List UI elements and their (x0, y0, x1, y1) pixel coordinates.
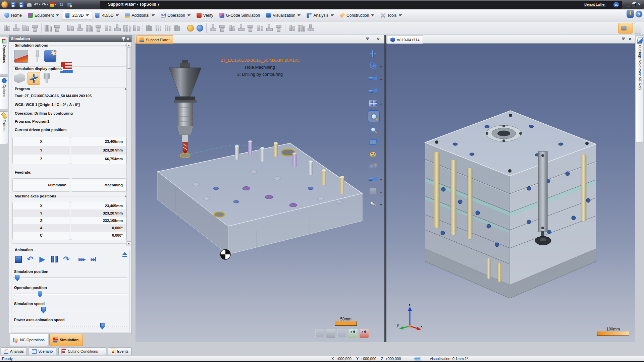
machining-op-icon-8[interactable] (75, 23, 84, 33)
slider-thumb[interactable] (41, 307, 46, 313)
chevron-down-icon[interactable] (86, 14, 89, 17)
palette-icon[interactable] (368, 149, 378, 160)
ribbon-tab-equipment[interactable]: Equipment (25, 11, 62, 20)
viewport-menu-icon[interactable] (366, 38, 369, 41)
scrollbar-thumb[interactable] (127, 48, 131, 69)
machining-op-icon-5[interactable] (44, 23, 52, 33)
refresh-button[interactable]: ↻ (58, 2, 64, 8)
analysis-button[interactable]: Analysis (1, 347, 27, 355)
transformation-icon[interactable] (196, 23, 204, 33)
ribbon-tab-gcode-simulation[interactable]: G-Code Simulation (216, 11, 263, 20)
rotate-icon[interactable]: ↻ (368, 61, 378, 71)
minimize-button[interactable] (626, 2, 631, 7)
machining-op-icon-4[interactable] (31, 23, 39, 33)
save-button[interactable] (10, 2, 16, 8)
machining-op-icon-7[interactable] (66, 23, 75, 33)
undo-button[interactable]: ↶ (34, 2, 40, 8)
sidebar-tab-entities[interactable]: Entities (0, 111, 8, 144)
doc-tab-nc-operations[interactable]: NC Operations (10, 334, 48, 346)
active-tool-button[interactable] (618, 23, 633, 34)
layers-icon[interactable] (415, 357, 421, 361)
zoom-window-icon[interactable] (368, 110, 380, 122)
zoom-icon[interactable] (368, 124, 378, 135)
slider-thumb[interactable] (38, 291, 42, 297)
save-all-button[interactable] (18, 2, 24, 8)
machining-op-icon-24[interactable] (297, 23, 306, 33)
machining-op-icon-9[interactable] (85, 23, 94, 33)
drilling-pattern-icon-2[interactable] (154, 23, 163, 33)
clipping-box-icon[interactable] (368, 136, 378, 147)
viewport-3d-mold[interactable]: z x y 100mm (386, 44, 635, 342)
doc-tab-simulation[interactable]: Simulation (49, 334, 83, 346)
drilling-pattern-icon-1[interactable] (145, 23, 154, 33)
step-forward-button[interactable]: ↷ (60, 253, 72, 265)
stock-transparent-icon[interactable] (337, 329, 346, 338)
chevron-down-icon[interactable] (331, 14, 334, 17)
machining-op-icon-23[interactable] (287, 23, 296, 33)
machining-op-icon-21[interactable] (265, 23, 274, 33)
viewport-layout-icon[interactable] (368, 98, 378, 109)
user-account-link[interactable]: Benoit Lallier (584, 0, 606, 9)
viewport-3d-support-plate[interactable]: 2T_EC160E32-3C16_50 MAXIN 20X105 Hole Ma… (136, 44, 384, 342)
cutting-conditions-button[interactable]: Cutting Conditions (58, 347, 106, 355)
events-button[interactable]: Events (108, 347, 131, 355)
stop-button[interactable] (12, 253, 24, 265)
chevron-down-icon[interactable] (187, 14, 191, 17)
simulation-position-slider[interactable] (13, 275, 127, 281)
machining-op-icon-17[interactable] (227, 23, 236, 33)
stock-ghost-icon[interactable] (315, 329, 324, 338)
pan-icon[interactable] (368, 48, 378, 59)
show-engagement-icon[interactable] (348, 329, 358, 338)
skip-to-end-button[interactable]: ▶▶ (88, 253, 100, 265)
machining-op-icon-25[interactable] (306, 23, 315, 33)
machining-op-icon-12[interactable] (113, 23, 122, 33)
machining-op-icon-13[interactable] (122, 23, 131, 33)
collapse-toolbar-button[interactable] (634, 23, 641, 34)
show-collision-icon[interactable] (360, 329, 369, 338)
machining-op-icon-16[interactable] (218, 23, 227, 33)
chevron-down-icon[interactable] (56, 14, 59, 17)
chevron-down-icon[interactable] (298, 14, 301, 17)
avatar[interactable]: BL (613, 2, 619, 7)
chevron-down-icon[interactable]: ▼ (380, 203, 382, 206)
stock-display-icon[interactable] (14, 73, 25, 83)
scroll-up-icon[interactable]: ▲ (127, 43, 131, 48)
ribbon-tab-visualization[interactable]: Visualization (263, 11, 304, 20)
viewport-tab-m110[interactable]: m110-04 r714 (387, 35, 423, 44)
collision-detection-icon[interactable] (44, 50, 56, 62)
play-button[interactable]: ▶ (36, 253, 48, 265)
slider-thumb[interactable] (100, 323, 105, 329)
machining-op-icon-20[interactable] (256, 23, 264, 33)
machine-display-icon[interactable] (368, 186, 378, 197)
ribbon-tab-verify[interactable]: Verify (194, 11, 216, 20)
chevron-down-icon[interactable] (371, 14, 374, 17)
panel-scrollbar[interactable]: ▲ ▼ (126, 43, 131, 246)
assistance-icon[interactable] (627, 10, 634, 18)
restore-button[interactable] (631, 2, 636, 7)
help-icon[interactable]: ? (635, 10, 643, 18)
machining-op-icon-11[interactable] (104, 23, 112, 33)
tool-display-icon[interactable] (43, 73, 50, 83)
scroll-down-icon[interactable]: ▼ (127, 241, 131, 246)
simulation-speed-slider[interactable] (13, 307, 127, 313)
machining-op-icon-22[interactable] (274, 23, 283, 33)
synchronization-icon[interactable] (186, 23, 195, 33)
eject-button[interactable] (122, 252, 127, 257)
sidebar-tab-operations[interactable]: Operations (0, 37, 8, 74)
machine-simulation-icon[interactable] (14, 50, 28, 63)
chevron-down-icon[interactable] (116, 14, 119, 17)
ribbon-tab-additional[interactable]: Additional (122, 11, 158, 20)
machining-op-icon-3[interactable] (21, 23, 30, 33)
panel-close-icon[interactable]: × (127, 36, 129, 43)
ribbon-tab-tools[interactable]: Tools (377, 11, 405, 20)
operation-position-slider[interactable] (13, 291, 127, 297)
chevron-down-icon[interactable] (399, 14, 402, 17)
pin-icon[interactable] (122, 37, 125, 41)
viewport-close-icon[interactable]: × (377, 37, 380, 42)
machining-op-icon-10[interactable] (94, 23, 103, 33)
machining-op-icon-18[interactable] (237, 23, 246, 33)
power-axes-animation-speed-slider[interactable] (13, 323, 127, 329)
machining-op-icon-6[interactable] (53, 23, 62, 33)
step-back-button[interactable]: ↶ (24, 253, 36, 265)
ribbon-tab-operation[interactable]: %NOperation (158, 11, 194, 20)
